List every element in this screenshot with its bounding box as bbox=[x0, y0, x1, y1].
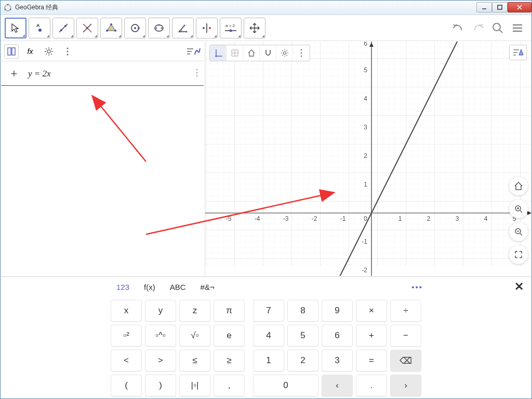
key-2[interactable]: 2 bbox=[287, 350, 318, 371]
graph-canvas[interactable]: -5 -4 -3 -2 -1 0 1 2 3 4 5 -2 -1 1 bbox=[205, 42, 531, 276]
key-6[interactable]: 6 bbox=[322, 325, 353, 347]
key-eq[interactable]: = bbox=[356, 350, 387, 371]
svg-rect-54 bbox=[206, 42, 531, 266]
svg-point-11 bbox=[60, 29, 62, 31]
tool-polygon[interactable] bbox=[100, 18, 122, 38]
svg-point-19 bbox=[106, 30, 108, 32]
svg-point-25 bbox=[161, 27, 163, 29]
tool-line[interactable] bbox=[52, 18, 74, 38]
algebra-input-row[interactable]: + y = 2x bbox=[1, 61, 204, 86]
algebra-view-toggle[interactable] bbox=[4, 44, 19, 59]
tool-conic[interactable] bbox=[148, 18, 170, 38]
row-menu-icon[interactable] bbox=[195, 68, 198, 79]
graphics-style-button[interactable] bbox=[509, 45, 527, 60]
redo-button[interactable] bbox=[468, 18, 488, 38]
key-pi[interactable]: π bbox=[214, 300, 245, 322]
key-rparen[interactable]: ) bbox=[145, 375, 176, 396]
minimize-button[interactable] bbox=[476, 2, 492, 12]
main-area: fx + y = 2x bbox=[1, 42, 531, 276]
svg-line-10 bbox=[59, 24, 68, 32]
kbd-tab-fx[interactable]: f(x) bbox=[144, 283, 155, 291]
kbd-tab-sym[interactable]: #&¬ bbox=[201, 283, 215, 291]
svg-point-45 bbox=[67, 50, 69, 52]
graphics-more[interactable] bbox=[293, 45, 310, 61]
kbd-tab-123[interactable]: 123 bbox=[116, 283, 129, 291]
key-3[interactable]: 3 bbox=[322, 350, 353, 371]
grid-toggle[interactable] bbox=[227, 45, 243, 61]
snap-toggle[interactable] bbox=[260, 45, 276, 61]
tool-move[interactable] bbox=[5, 18, 26, 38]
kbd-close[interactable]: ✕ bbox=[514, 280, 524, 294]
svg-point-83 bbox=[301, 52, 302, 54]
svg-rect-5 bbox=[498, 5, 502, 9]
zoom-out-button[interactable] bbox=[509, 222, 528, 241]
svg-text:2: 2 bbox=[427, 215, 431, 222]
graphics-settings[interactable] bbox=[276, 45, 293, 61]
key-plus[interactable]: + bbox=[356, 325, 387, 347]
undo-button[interactable] bbox=[448, 18, 468, 38]
settings-icon[interactable] bbox=[42, 44, 56, 59]
home-button[interactable] bbox=[509, 177, 528, 195]
key-4[interactable]: 4 bbox=[253, 325, 284, 347]
svg-point-1 bbox=[7, 4, 9, 5]
key-5[interactable]: 5 bbox=[287, 325, 318, 347]
menu-button[interactable] bbox=[508, 18, 527, 38]
key-square[interactable]: ▫² bbox=[111, 325, 142, 347]
key-abs[interactable]: |▫| bbox=[179, 375, 210, 396]
key-lt[interactable]: < bbox=[111, 350, 142, 371]
svg-point-3 bbox=[10, 8, 11, 10]
kbd-tab-abc[interactable]: ABC bbox=[170, 283, 186, 291]
key-left[interactable]: ‹ bbox=[322, 375, 353, 396]
key-8[interactable]: 8 bbox=[287, 300, 318, 322]
sort-icon[interactable] bbox=[186, 44, 201, 59]
svg-text:2: 2 bbox=[364, 152, 367, 159]
svg-marker-88 bbox=[519, 49, 523, 55]
maximize-button[interactable] bbox=[492, 2, 508, 12]
key-backspace[interactable]: ⌫ bbox=[390, 350, 421, 371]
svg-point-24 bbox=[156, 27, 157, 29]
kbd-more[interactable]: ••• bbox=[411, 283, 423, 291]
key-z[interactable]: z bbox=[179, 300, 210, 322]
key-dot[interactable]: . bbox=[356, 375, 387, 396]
key-power[interactable]: ▫^▫ bbox=[145, 325, 176, 347]
key-comma[interactable]: , bbox=[214, 375, 245, 396]
key-sqrt[interactable]: √▫ bbox=[179, 325, 210, 347]
tool-circle[interactable] bbox=[124, 18, 146, 38]
tool-reflect[interactable] bbox=[196, 18, 218, 38]
graphics-view[interactable]: -5 -4 -3 -2 -1 0 1 2 3 4 5 -2 -1 1 bbox=[205, 42, 531, 276]
fullscreen-button[interactable] bbox=[509, 245, 528, 264]
key-e[interactable]: e bbox=[214, 325, 245, 347]
key-1[interactable]: 1 bbox=[253, 350, 284, 371]
zoom-in-button[interactable] bbox=[509, 200, 528, 218]
key-9[interactable]: 9 bbox=[322, 300, 353, 322]
svg-rect-41 bbox=[8, 48, 11, 55]
close-button[interactable] bbox=[508, 2, 531, 12]
tool-slider[interactable]: a = 2 bbox=[220, 18, 242, 38]
tool-point[interactable]: A bbox=[29, 18, 50, 38]
key-minus[interactable]: − bbox=[390, 325, 421, 347]
fx-button[interactable]: fx bbox=[23, 44, 37, 59]
tool-movegraph[interactable] bbox=[244, 18, 265, 38]
key-le[interactable]: ≤ bbox=[179, 350, 210, 371]
search-button[interactable] bbox=[488, 18, 508, 38]
home-view[interactable] bbox=[243, 45, 260, 61]
key-right[interactable]: › bbox=[390, 375, 421, 396]
more-icon[interactable] bbox=[60, 44, 75, 59]
key-ge[interactable]: ≥ bbox=[214, 350, 245, 371]
axes-toggle[interactable] bbox=[210, 45, 227, 61]
key-div[interactable]: ÷ bbox=[390, 300, 421, 322]
svg-point-32 bbox=[209, 27, 211, 29]
key-mul[interactable]: × bbox=[356, 300, 387, 322]
expression-text[interactable]: y = 2x bbox=[28, 69, 51, 79]
key-lparen[interactable]: ( bbox=[111, 375, 142, 396]
key-gt[interactable]: > bbox=[145, 350, 176, 371]
key-7[interactable]: 7 bbox=[253, 300, 284, 322]
add-expression-icon[interactable]: + bbox=[6, 67, 22, 81]
zoom-controls bbox=[509, 177, 528, 264]
tool-perpendicular[interactable] bbox=[76, 18, 98, 38]
key-y[interactable]: y bbox=[145, 300, 176, 322]
tool-angle[interactable] bbox=[172, 18, 194, 38]
key-x[interactable]: x bbox=[111, 300, 142, 322]
key-0[interactable]: 0 bbox=[253, 375, 318, 396]
svg-rect-42 bbox=[12, 48, 15, 55]
